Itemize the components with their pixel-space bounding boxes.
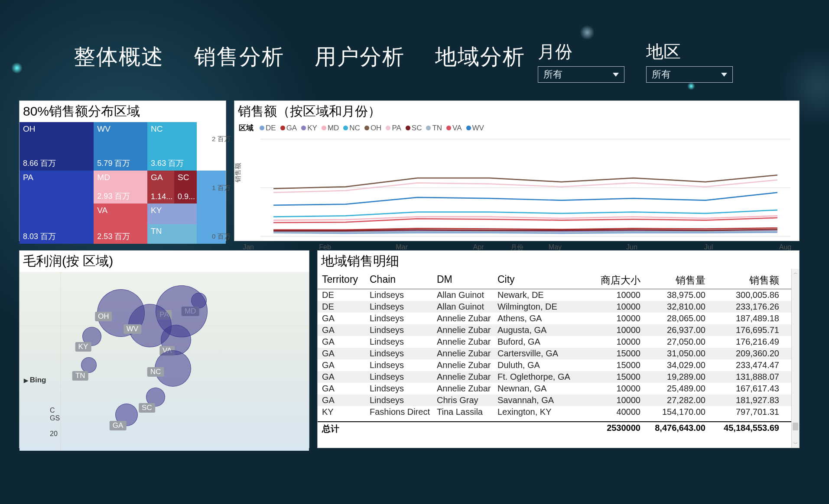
treemap-cell-KY[interactable]: KY — [147, 204, 197, 224]
map-card: 毛利润(按 区域) Bing CGS20 OHMDPAWVKYVATNNCSCG… — [19, 250, 309, 448]
table-scrollbar[interactable]: ︿ ﹀ — [791, 269, 799, 448]
treemap-cell-NC[interactable]: NC3.63 百万 — [147, 122, 197, 171]
table-card: 地域销售明细 Territory Chain DM City 商店大小 销售量 … — [317, 250, 800, 448]
linechart-card: 销售额（按区域和月份） 区域 DEGAKYMDNCOHPASCTNVAWV 销售… — [234, 100, 800, 241]
y-axis-label: 销售额 — [234, 163, 242, 182]
legend-item-DE[interactable]: DE — [260, 124, 276, 132]
treemap-cell-PA[interactable]: PA8.03 百万 — [20, 171, 94, 244]
tab-region[interactable]: 地域分析 — [435, 42, 525, 71]
col-qty[interactable]: 销售量 — [640, 274, 705, 287]
legend-item-PA[interactable]: PA — [386, 124, 401, 132]
filters: 月份 所有 地区 所有 — [538, 40, 733, 83]
legend-item-SC[interactable]: SC — [406, 124, 422, 132]
table-title: 地域销售明细 — [318, 251, 799, 272]
linechart-title: 销售额（按区域和月份） — [234, 101, 799, 122]
nav-tabs: 整体概述 销售分析 用户分析 地域分析 — [74, 42, 525, 71]
treemap-cell-TN[interactable]: TN — [147, 224, 197, 244]
map-label-OH: OH — [95, 312, 112, 321]
legend-item-NC[interactable]: NC — [343, 124, 360, 132]
col-dm[interactable]: DM — [437, 274, 497, 287]
treemap-cell-GA[interactable]: GA1.14... — [147, 171, 174, 204]
map-label-SC: SC — [139, 403, 155, 413]
line-svg — [260, 134, 790, 242]
table-header: Territory Chain DM City 商店大小 销售量 销售额 — [318, 272, 799, 289]
table-total-row: 总计 2530000 8,476,643.00 45,184,553.69 — [318, 421, 799, 436]
treemap-card: 80%销售额分布区域 OH8.66 百万PA8.03 百万WV5.79 百万NC… — [19, 100, 226, 241]
scroll-down-icon[interactable]: ﹀ — [792, 440, 799, 448]
col-chain[interactable]: Chain — [370, 274, 437, 287]
month-select[interactable]: 所有 — [538, 66, 624, 83]
total-sales: 45,184,553.69 — [705, 423, 779, 435]
col-territory[interactable]: Territory — [322, 274, 370, 287]
legend-item-MD[interactable]: MD — [322, 124, 339, 132]
total-qty: 8,476,643.00 — [640, 423, 705, 435]
col-sales[interactable]: 销售额 — [705, 274, 779, 287]
tab-overview[interactable]: 整体概述 — [74, 42, 164, 71]
treemap-cell-OH[interactable]: OH8.66 百万 — [20, 122, 94, 171]
map-label-GA: GA — [110, 421, 127, 430]
bing-logo: Bing — [24, 376, 46, 384]
legend-item-OH[interactable]: OH — [364, 124, 382, 132]
table-row[interactable]: GALindseysAnnelie ZubarAthens, GA1000028… — [318, 313, 799, 324]
tab-users[interactable]: 用户分析 — [315, 42, 405, 71]
map-scale: CGS20 — [50, 407, 60, 438]
table-row[interactable]: GALindseysAnnelie ZubarCartersville, GA1… — [318, 348, 799, 359]
region-select[interactable]: 所有 — [646, 66, 733, 83]
legend-item-TN[interactable]: TN — [426, 124, 442, 132]
scroll-thumb[interactable] — [793, 423, 798, 430]
treemap-title: 80%销售额分布区域 — [20, 101, 226, 122]
treemap-cell-VA[interactable]: VA2.53 百万 — [94, 204, 147, 244]
table-row[interactable]: DELindseysAllan GuinotWilmington, DE1000… — [318, 301, 799, 313]
map-label-KY: KY — [75, 342, 91, 352]
filter-region-label: 地区 — [646, 40, 733, 64]
region-value: 所有 — [652, 68, 671, 81]
table-row[interactable]: DELindseysAllan GuinotNewark, DE1000038,… — [318, 289, 799, 301]
total-size: 2530000 — [584, 423, 640, 435]
legend-item-KY[interactable]: KY — [301, 124, 317, 132]
table-row[interactable]: GALindseysAnnelie ZubarNewnan, GA1000025… — [318, 383, 799, 394]
filter-region: 地区 所有 — [646, 40, 733, 83]
table-row[interactable]: GALindseysAnnelie ZubarFt. Oglethorpe, G… — [318, 371, 799, 383]
map-bubble-TN[interactable] — [81, 357, 97, 373]
chart-legend: 区域 DEGAKYMDNCOHPASCTNVAWV — [234, 122, 799, 134]
map-label-WV: WV — [124, 324, 141, 334]
tab-sales[interactable]: 销售分析 — [194, 42, 284, 71]
legend-item-VA[interactable]: VA — [446, 124, 462, 132]
legend-title: 区域 — [239, 123, 254, 133]
table-row[interactable]: GALindseysAnnelie ZubarBuford, GA1000027… — [318, 336, 799, 348]
chevron-down-icon — [721, 73, 727, 77]
table-row[interactable]: GALindseysAnnelie ZubarDuluth, GA1500034… — [318, 359, 799, 371]
table-row[interactable]: GALindseysChris GraySavannah, GA1000027,… — [318, 394, 799, 406]
month-value: 所有 — [543, 68, 562, 81]
scroll-up-icon[interactable]: ︿ — [792, 269, 799, 277]
treemap-cell-WV[interactable]: WV5.79 百万 — [94, 122, 147, 171]
treemap-body[interactable]: OH8.66 百万PA8.03 百万WV5.79 百万NC3.63 百万MD2.… — [20, 122, 226, 244]
table-body: DELindseysAllan GuinotNewark, DE1000038,… — [318, 289, 799, 421]
map-title: 毛利润(按 区域) — [20, 251, 309, 272]
legend-item-GA[interactable]: GA — [280, 124, 297, 132]
filter-month: 月份 所有 — [538, 40, 624, 83]
map-label-NC: NC — [147, 367, 164, 377]
linechart-body[interactable]: 销售额 0 百万1 百万2 百万JanFebMarAprMayJunJulAug — [234, 134, 799, 242]
total-label: 总计 — [322, 423, 370, 435]
col-city[interactable]: City — [497, 274, 584, 287]
map-label-TN: TN — [72, 371, 88, 381]
col-size[interactable]: 商店大小 — [584, 274, 640, 287]
chevron-down-icon — [613, 73, 619, 77]
table-row[interactable]: GALindseysAnnelie ZubarAugusta, GA100002… — [318, 324, 799, 336]
map-body[interactable]: Bing CGS20 OHMDPAWVKYVATNNCSCGA — [20, 272, 309, 451]
treemap-cell-MD[interactable]: MD2.93 百万 — [94, 171, 147, 204]
table-row[interactable]: KYFashions DirectTina LassilaLexington, … — [318, 406, 799, 418]
legend-item-WV[interactable]: WV — [466, 124, 484, 132]
filter-month-label: 月份 — [538, 40, 624, 64]
treemap-cell-SC[interactable]: SC0.9... — [174, 171, 197, 204]
